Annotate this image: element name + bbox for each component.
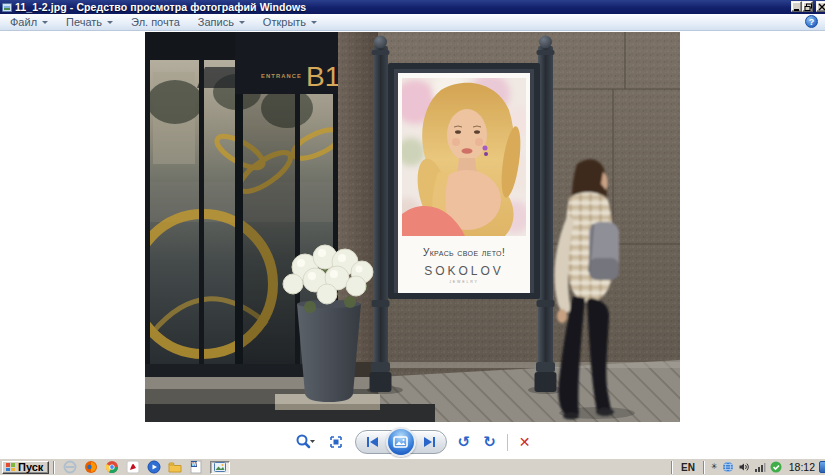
tray-separator <box>671 461 673 474</box>
billboard-headline: Укрась свое лето! <box>423 247 505 258</box>
menu-open[interactable]: Открыть <box>253 14 325 30</box>
chrome-icon[interactable] <box>104 460 119 475</box>
menu-file[interactable]: Файл <box>0 14 56 30</box>
menu-burn[interactable]: Запись <box>188 14 253 30</box>
minimize-icon <box>793 3 802 12</box>
menubar: Файл Печать Эл. почта Запись Открыть ? <box>0 14 825 31</box>
chevron-down-icon <box>310 440 315 443</box>
word-icon[interactable]: W <box>188 460 203 475</box>
window-title: 11_1-2.jpg - Средство просмотра фотограф… <box>15 1 306 13</box>
security-status-icon[interactable] <box>770 461 782 473</box>
taskbar-separator <box>53 461 55 474</box>
toolbar-separator <box>507 434 508 451</box>
billboard-brand: SOKOLOV <box>424 264 504 278</box>
svg-text:W: W <box>191 461 197 467</box>
photo-viewer-app-icon <box>2 3 12 12</box>
slideshow-button[interactable] <box>386 427 416 457</box>
next-icon <box>422 436 436 448</box>
delete-button[interactable]: ✕ <box>517 433 533 451</box>
magnifier-icon <box>295 434 315 450</box>
menu-print[interactable]: Печать <box>56 14 121 30</box>
photo-image: ENTRANCE B1 <box>145 32 680 422</box>
start-label: Пуск <box>18 461 43 473</box>
network-icon[interactable] <box>722 461 734 473</box>
next-button[interactable] <box>420 434 438 450</box>
rotate-right-button[interactable]: ↻ <box>481 433 498 452</box>
media-player-icon[interactable] <box>146 460 161 475</box>
model-portrait <box>393 72 537 236</box>
restore-icon <box>804 3 813 12</box>
rotate-left-icon: ↺ <box>458 435 471 450</box>
photo-viewer-icon <box>214 462 226 472</box>
chevron-down-icon <box>311 21 317 24</box>
firefox-icon[interactable] <box>83 460 98 475</box>
menu-email[interactable]: Эл. почта <box>121 14 188 30</box>
photo-viewer-task-button[interactable] <box>210 461 230 474</box>
previous-button[interactable] <box>364 434 382 450</box>
minimize-button[interactable] <box>791 1 802 12</box>
door-frame <box>235 58 243 392</box>
tray-separator <box>703 461 705 474</box>
rotate-right-icon: ↻ <box>483 435 496 450</box>
viewer-toolbar: ↺ ↻ ✕ <box>0 427 825 457</box>
chevron-down-icon <box>42 21 48 24</box>
folder-icon[interactable] <box>167 460 182 475</box>
entrance-sign-label: ENTRANCE <box>261 73 302 79</box>
internet-explorer-icon[interactable] <box>62 460 77 475</box>
photo-viewer-window: 11_1-2.jpg - Средство просмотра фотограф… <box>0 0 825 475</box>
slideshow-icon <box>393 436 408 448</box>
chevron-down-icon <box>107 21 113 24</box>
close-icon <box>818 3 825 12</box>
taskbar: Пуск W <box>0 458 825 475</box>
chevron-down-icon <box>239 21 245 24</box>
language-indicator[interactable]: EN <box>677 462 699 473</box>
billboard-subbrand: JEWELRY <box>449 280 479 284</box>
earring <box>483 146 488 151</box>
maximize-button[interactable] <box>802 1 813 12</box>
navigation-pill <box>355 430 447 454</box>
close-button[interactable] <box>816 1 825 12</box>
rotate-left-button[interactable]: ↺ <box>456 433 473 452</box>
start-button[interactable]: Пуск <box>2 461 49 474</box>
volume-icon[interactable] <box>738 461 750 473</box>
delete-icon: ✕ <box>519 435 531 449</box>
windows-logo-icon <box>6 463 15 471</box>
clock[interactable]: 18:12 <box>784 461 819 473</box>
help-button[interactable]: ? <box>805 15 818 28</box>
system-tray: EN ✳ 18:12 <box>667 459 825 475</box>
previous-icon <box>366 436 380 448</box>
actual-size-icon <box>328 434 344 450</box>
titlebar: 11_1-2.jpg - Средство просмотра фотограф… <box>0 0 825 14</box>
viewer-canvas: ENTRANCE B1 <box>0 32 825 458</box>
zoom-button[interactable] <box>293 432 317 452</box>
adobe-reader-icon[interactable] <box>125 460 140 475</box>
actual-size-button[interactable] <box>326 432 346 452</box>
entrance-door <box>243 94 295 372</box>
hidden-icons-button[interactable]: ✳ <box>711 463 718 471</box>
entrance-sign-code: B1 <box>306 61 340 92</box>
signal-strength-icon[interactable] <box>754 461 766 473</box>
clipped-tray-icon <box>819 461 825 473</box>
